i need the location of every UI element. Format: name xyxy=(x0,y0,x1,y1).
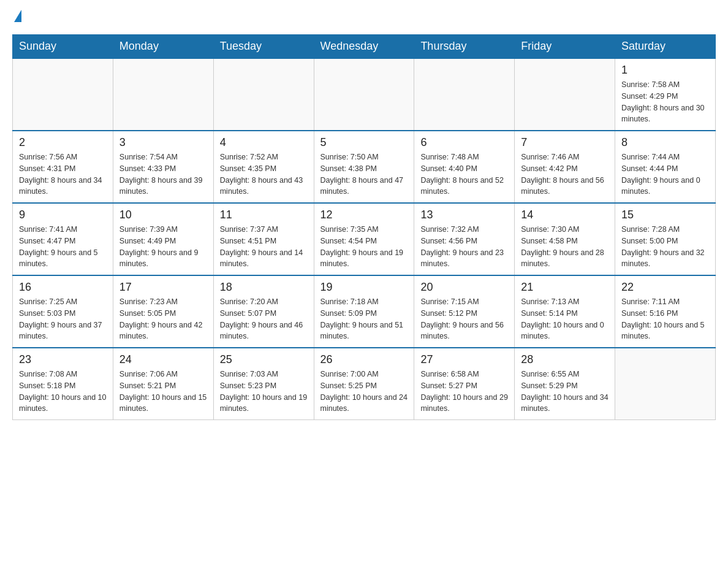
calendar-week-row: 9Sunrise: 7:41 AMSunset: 4:47 PMDaylight… xyxy=(13,203,716,275)
calendar-cell: 24Sunrise: 7:06 AMSunset: 5:21 PMDayligh… xyxy=(113,348,213,420)
day-of-week-header: Sunday xyxy=(13,35,113,59)
day-info: Sunrise: 7:35 AMSunset: 4:54 PMDaylight:… xyxy=(320,224,408,270)
calendar-cell: 22Sunrise: 7:11 AMSunset: 5:16 PMDayligh… xyxy=(615,275,716,348)
calendar-cell: 25Sunrise: 7:03 AMSunset: 5:23 PMDayligh… xyxy=(213,348,314,420)
day-info: Sunrise: 7:50 AMSunset: 4:38 PMDaylight:… xyxy=(320,151,408,197)
day-number: 2 xyxy=(19,136,107,149)
day-info: Sunrise: 7:06 AMSunset: 5:21 PMDaylight:… xyxy=(119,369,207,415)
day-info: Sunrise: 7:39 AMSunset: 4:49 PMDaylight:… xyxy=(119,224,207,270)
calendar-cell xyxy=(615,348,716,420)
day-info: Sunrise: 7:37 AMSunset: 4:51 PMDaylight:… xyxy=(220,224,308,270)
day-number: 28 xyxy=(521,353,609,366)
day-info: Sunrise: 7:15 AMSunset: 5:12 PMDaylight:… xyxy=(420,296,508,342)
calendar-cell xyxy=(213,58,314,131)
day-info: Sunrise: 7:20 AMSunset: 5:07 PMDaylight:… xyxy=(220,296,308,342)
calendar-header-row: SundayMondayTuesdayWednesdayThursdayFrid… xyxy=(13,35,716,59)
day-number: 16 xyxy=(19,281,107,294)
day-info: Sunrise: 7:18 AMSunset: 5:09 PMDaylight:… xyxy=(320,296,408,342)
day-number: 8 xyxy=(621,136,709,149)
day-number: 3 xyxy=(119,136,207,149)
calendar-cell: 8Sunrise: 7:44 AMSunset: 4:44 PMDaylight… xyxy=(615,131,716,203)
calendar-cell xyxy=(13,58,113,131)
day-number: 24 xyxy=(119,353,207,366)
day-info: Sunrise: 7:52 AMSunset: 4:35 PMDaylight:… xyxy=(220,151,308,197)
day-info: Sunrise: 6:58 AMSunset: 5:27 PMDaylight:… xyxy=(420,369,508,415)
day-number: 1 xyxy=(621,64,709,77)
calendar-cell: 10Sunrise: 7:39 AMSunset: 4:49 PMDayligh… xyxy=(113,203,213,275)
day-info: Sunrise: 7:46 AMSunset: 4:42 PMDaylight:… xyxy=(521,151,609,197)
calendar-cell: 3Sunrise: 7:54 AMSunset: 4:33 PMDaylight… xyxy=(113,131,213,203)
calendar-cell: 28Sunrise: 6:55 AMSunset: 5:29 PMDayligh… xyxy=(515,348,615,420)
calendar-week-row: 23Sunrise: 7:08 AMSunset: 5:18 PMDayligh… xyxy=(13,348,716,420)
calendar-cell: 19Sunrise: 7:18 AMSunset: 5:09 PMDayligh… xyxy=(314,275,414,348)
day-info: Sunrise: 7:30 AMSunset: 4:58 PMDaylight:… xyxy=(521,224,609,270)
calendar-cell: 7Sunrise: 7:46 AMSunset: 4:42 PMDaylight… xyxy=(515,131,615,203)
calendar-cell: 21Sunrise: 7:13 AMSunset: 5:14 PMDayligh… xyxy=(515,275,615,348)
calendar-cell: 15Sunrise: 7:28 AMSunset: 5:00 PMDayligh… xyxy=(615,203,716,275)
day-of-week-header: Tuesday xyxy=(213,35,314,59)
day-info: Sunrise: 6:55 AMSunset: 5:29 PMDaylight:… xyxy=(521,369,609,415)
day-number: 12 xyxy=(320,209,408,221)
day-info: Sunrise: 7:00 AMSunset: 5:25 PMDaylight:… xyxy=(320,369,408,415)
calendar-cell: 26Sunrise: 7:00 AMSunset: 5:25 PMDayligh… xyxy=(314,348,414,420)
calendar-week-row: 16Sunrise: 7:25 AMSunset: 5:03 PMDayligh… xyxy=(13,275,716,348)
day-info: Sunrise: 7:03 AMSunset: 5:23 PMDaylight:… xyxy=(220,369,308,415)
logo-triangle-icon xyxy=(14,10,21,22)
day-info: Sunrise: 7:11 AMSunset: 5:16 PMDaylight:… xyxy=(621,296,709,342)
calendar-cell xyxy=(314,58,414,131)
day-number: 17 xyxy=(119,281,207,294)
day-info: Sunrise: 7:44 AMSunset: 4:44 PMDaylight:… xyxy=(621,151,709,197)
day-number: 13 xyxy=(420,209,508,221)
day-number: 5 xyxy=(320,136,408,149)
day-of-week-header: Monday xyxy=(113,35,213,59)
day-number: 27 xyxy=(420,353,508,366)
day-number: 21 xyxy=(521,281,609,294)
day-info: Sunrise: 7:13 AMSunset: 5:14 PMDaylight:… xyxy=(521,296,609,342)
calendar-cell: 16Sunrise: 7:25 AMSunset: 5:03 PMDayligh… xyxy=(13,275,113,348)
day-number: 19 xyxy=(320,281,408,294)
calendar-cell xyxy=(515,58,615,131)
calendar-cell: 23Sunrise: 7:08 AMSunset: 5:18 PMDayligh… xyxy=(13,348,113,420)
calendar-cell: 2Sunrise: 7:56 AMSunset: 4:31 PMDaylight… xyxy=(13,131,113,203)
day-number: 26 xyxy=(320,353,408,366)
day-info: Sunrise: 7:25 AMSunset: 5:03 PMDaylight:… xyxy=(19,296,107,342)
day-of-week-header: Saturday xyxy=(615,35,716,59)
day-info: Sunrise: 7:08 AMSunset: 5:18 PMDaylight:… xyxy=(19,369,107,415)
calendar-cell: 17Sunrise: 7:23 AMSunset: 5:05 PMDayligh… xyxy=(113,275,213,348)
day-info: Sunrise: 7:32 AMSunset: 4:56 PMDaylight:… xyxy=(420,224,508,270)
calendar-cell: 18Sunrise: 7:20 AMSunset: 5:07 PMDayligh… xyxy=(213,275,314,348)
day-of-week-header: Wednesday xyxy=(314,35,414,59)
calendar-week-row: 1Sunrise: 7:58 AMSunset: 4:29 PMDaylight… xyxy=(13,58,716,131)
calendar-cell: 11Sunrise: 7:37 AMSunset: 4:51 PMDayligh… xyxy=(213,203,314,275)
calendar-cell: 4Sunrise: 7:52 AMSunset: 4:35 PMDaylight… xyxy=(213,131,314,203)
day-info: Sunrise: 7:23 AMSunset: 5:05 PMDaylight:… xyxy=(119,296,207,342)
day-number: 15 xyxy=(621,209,709,221)
day-info: Sunrise: 7:58 AMSunset: 4:29 PMDaylight:… xyxy=(621,79,709,125)
page-header xyxy=(12,12,716,25)
day-number: 20 xyxy=(420,281,508,294)
calendar-cell: 13Sunrise: 7:32 AMSunset: 4:56 PMDayligh… xyxy=(414,203,515,275)
calendar-cell: 27Sunrise: 6:58 AMSunset: 5:27 PMDayligh… xyxy=(414,348,515,420)
day-of-week-header: Friday xyxy=(515,35,615,59)
day-info: Sunrise: 7:54 AMSunset: 4:33 PMDaylight:… xyxy=(119,151,207,197)
day-number: 14 xyxy=(521,209,609,221)
day-number: 22 xyxy=(621,281,709,294)
day-number: 10 xyxy=(119,209,207,221)
day-info: Sunrise: 7:41 AMSunset: 4:47 PMDaylight:… xyxy=(19,224,107,270)
calendar-table: SundayMondayTuesdayWednesdayThursdayFrid… xyxy=(12,34,716,420)
logo xyxy=(12,12,21,25)
calendar-cell: 1Sunrise: 7:58 AMSunset: 4:29 PMDaylight… xyxy=(615,58,716,131)
day-number: 18 xyxy=(220,281,308,294)
day-of-week-header: Thursday xyxy=(414,35,515,59)
calendar-week-row: 2Sunrise: 7:56 AMSunset: 4:31 PMDaylight… xyxy=(13,131,716,203)
day-number: 25 xyxy=(220,353,308,366)
calendar-cell: 14Sunrise: 7:30 AMSunset: 4:58 PMDayligh… xyxy=(515,203,615,275)
day-number: 23 xyxy=(19,353,107,366)
day-number: 11 xyxy=(220,209,308,221)
calendar-cell: 6Sunrise: 7:48 AMSunset: 4:40 PMDaylight… xyxy=(414,131,515,203)
day-info: Sunrise: 7:56 AMSunset: 4:31 PMDaylight:… xyxy=(19,151,107,197)
calendar-cell: 12Sunrise: 7:35 AMSunset: 4:54 PMDayligh… xyxy=(314,203,414,275)
calendar-cell: 20Sunrise: 7:15 AMSunset: 5:12 PMDayligh… xyxy=(414,275,515,348)
calendar-cell xyxy=(414,58,515,131)
day-number: 7 xyxy=(521,136,609,149)
